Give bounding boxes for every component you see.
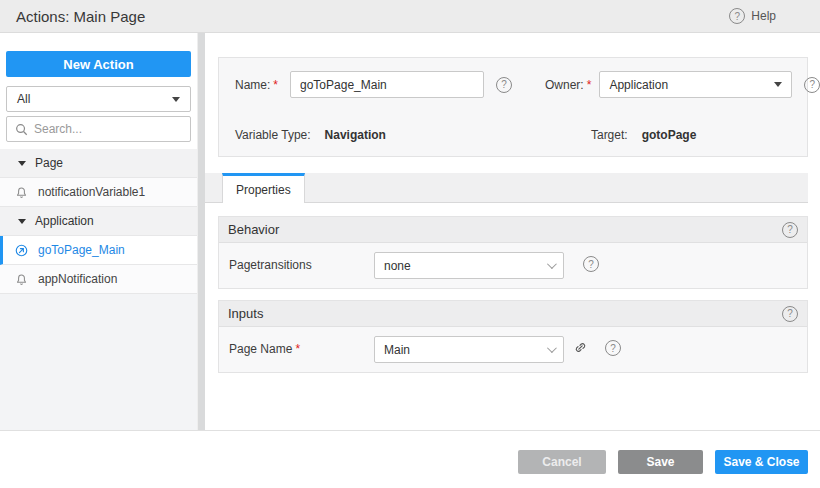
inputs-section-header: Inputs ? (219, 301, 807, 327)
inputs-help-icon[interactable]: ? (782, 306, 798, 322)
inputs-section: Inputs ? Page Name* Main ? (218, 300, 808, 373)
page-name-label: Page Name* (229, 342, 300, 356)
action-summary-panel: Name: * ? Owner: * Application ? Variabl… (218, 57, 808, 157)
page-name-select-value: Main (384, 343, 410, 357)
target-label: Target: (591, 128, 628, 142)
filter-select-value: All (17, 92, 30, 106)
pagetransitions-select-value: none (384, 259, 411, 273)
pagetransitions-select[interactable]: none (374, 252, 564, 279)
target-value: gotoPage (642, 128, 697, 142)
goto-page-icon (14, 243, 29, 258)
required-marker: * (587, 78, 592, 92)
tree-group-page[interactable]: Page (0, 149, 197, 178)
tree-item-label: appNotification (38, 272, 117, 286)
pagetransitions-label: Pagetransitions (229, 258, 312, 272)
page-name-help-icon[interactable]: ? (605, 340, 621, 356)
notification-icon (14, 272, 29, 287)
inputs-section-title: Inputs (228, 306, 263, 321)
main-content: Name: * ? Owner: * Application ? Variabl… (205, 33, 820, 430)
link-icon (573, 340, 588, 355)
new-action-button[interactable]: New Action (6, 51, 191, 77)
filter-select[interactable]: All (6, 86, 191, 112)
behavior-section-header: Behavior ? (219, 217, 807, 243)
sidebar-filler (0, 294, 197, 430)
sidebar: New Action All Page notificationVariable… (0, 33, 197, 430)
required-marker: * (295, 342, 300, 356)
tab-properties[interactable]: Properties (222, 173, 305, 203)
dropdown-arrow-icon (774, 82, 782, 87)
owner-help-icon[interactable]: ? (804, 77, 820, 93)
name-label: Name: (235, 78, 270, 92)
tree-group-label: Application (35, 214, 94, 228)
action-tree: Page notificationVariable1 Application (0, 149, 197, 294)
behavior-help-icon[interactable]: ? (782, 222, 798, 238)
owner-label: Owner: (545, 78, 584, 92)
search-icon (15, 123, 28, 136)
footer-divider (0, 430, 820, 431)
save-button[interactable]: Save (618, 450, 703, 474)
tree-item-label: notificationVariable1 (38, 185, 145, 199)
dropdown-arrow-icon (172, 97, 180, 102)
owner-select[interactable]: Application (599, 71, 792, 98)
owner-select-value: Application (609, 78, 668, 92)
tree-item-gotopage-main[interactable]: goToPage_Main (0, 236, 197, 265)
page-name-select[interactable]: Main (374, 336, 564, 363)
tree-group-application[interactable]: Application (0, 207, 197, 236)
cancel-button[interactable]: Cancel (518, 450, 606, 474)
name-field[interactable] (290, 71, 484, 98)
chevron-down-icon (547, 343, 557, 353)
tab-strip: Properties (205, 173, 808, 203)
help-icon: ? (729, 8, 745, 24)
collapse-arrow-icon (18, 161, 26, 166)
sidebar-scrollbar[interactable] (197, 33, 205, 430)
tree-item-label: goToPage_Main (38, 243, 125, 257)
required-marker: * (273, 78, 278, 92)
notification-icon (14, 185, 29, 200)
save-and-close-button[interactable]: Save & Close (715, 450, 808, 474)
chevron-down-icon (547, 259, 557, 269)
variable-type-value: Navigation (325, 128, 386, 142)
variable-type-label: Variable Type: (235, 128, 311, 142)
header: Actions: Main Page ? Help (0, 0, 820, 33)
search-input[interactable] (34, 122, 182, 136)
tab-properties-label: Properties (236, 183, 291, 197)
collapse-arrow-icon (18, 219, 26, 224)
name-help-icon[interactable]: ? (496, 77, 512, 93)
behavior-section: Behavior ? Pagetransitions none ? (218, 216, 808, 289)
page-title: Actions: Main Page (16, 8, 145, 25)
tree-item-notificationvariable1[interactable]: notificationVariable1 (0, 178, 197, 207)
help-label: Help (751, 9, 776, 23)
tree-item-appnotification[interactable]: appNotification (0, 265, 197, 294)
pagetransitions-help-icon[interactable]: ? (583, 256, 599, 272)
help-button[interactable]: ? Help (729, 8, 776, 24)
tree-group-label: Page (35, 156, 63, 170)
behavior-section-title: Behavior (228, 222, 279, 237)
bind-variable-button[interactable] (571, 338, 589, 356)
search-box[interactable] (6, 116, 191, 142)
